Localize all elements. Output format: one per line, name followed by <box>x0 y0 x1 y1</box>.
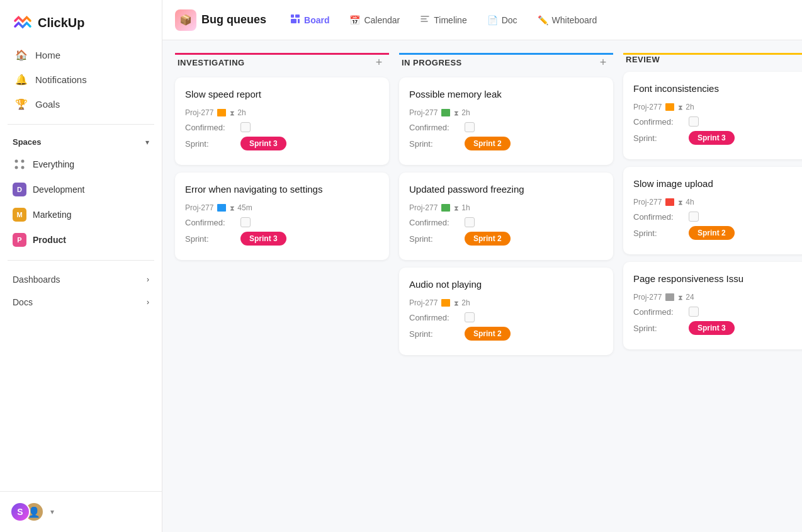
column-title-review: REVIEW <box>626 55 660 64</box>
sprint-label: Sprint: <box>633 133 684 143</box>
card-meta: Proj-277 ⧗ 2h <box>633 103 802 111</box>
flag-icon <box>665 198 674 206</box>
sprint-badge[interactable]: Sprint 3 <box>689 321 735 335</box>
confirmed-checkbox[interactable] <box>240 217 251 227</box>
confirmed-label: Confirmed: <box>409 123 460 132</box>
confirmed-checkbox[interactable] <box>240 122 251 132</box>
sprint-field: Sprint: Sprint 3 <box>633 131 802 145</box>
everything-label: Everything <box>33 159 74 169</box>
confirmed-label: Confirmed: <box>409 218 460 227</box>
sprint-field: Sprint: Sprint 2 <box>633 226 802 240</box>
card-slow-speed-report[interactable]: Slow speed report Proj-277 ⧗ 2h Confirme… <box>175 77 389 165</box>
card-memory-leak[interactable]: Possible memory leak Proj-277 ⧗ 2h Confi… <box>399 77 613 165</box>
confirmed-checkbox[interactable] <box>465 217 475 227</box>
marketing-avatar: M <box>13 208 26 222</box>
sprint-badge[interactable]: Sprint 2 <box>689 226 735 240</box>
column-header-in-progress: IN PROGRESS + <box>399 53 613 77</box>
sprint-badge[interactable]: Sprint 3 <box>240 137 286 150</box>
hourglass-icon: ⧗ <box>678 103 683 111</box>
add-card-investigating-button[interactable]: + <box>371 55 387 70</box>
sprint-badge[interactable]: Sprint 3 <box>240 232 286 246</box>
column-header-investigating: INVESTIGATING + <box>175 53 389 77</box>
sprint-label: Sprint: <box>185 234 235 244</box>
column-title-investigating: INVESTIGATING <box>178 58 245 67</box>
tab-whiteboard[interactable]: ✏️ Whiteboard <box>529 10 606 30</box>
logo-area[interactable]: ClickUp <box>0 0 162 43</box>
sidebar-item-notifications[interactable]: 🔔 Notifications <box>8 67 154 92</box>
card-error-navigating[interactable]: Error when navigating to settings Proj-2… <box>175 173 389 260</box>
flag-icon <box>217 109 226 116</box>
column-review: REVIEW Font inconsistencies Proj-277 ⧗ 2… <box>623 53 802 519</box>
confirmed-checkbox[interactable] <box>465 312 475 322</box>
card-font-inconsistencies[interactable]: Font inconsistencies Proj-277 ⧗ 2h Confi… <box>623 72 802 159</box>
user-area[interactable]: S 👤 ▾ <box>0 491 162 532</box>
sprint-badge[interactable]: Sprint 3 <box>689 131 735 145</box>
doc-tab-icon: 📄 <box>487 15 498 25</box>
time-estimate: ⧗ 24 <box>678 293 694 302</box>
hourglass-icon: ⧗ <box>454 204 459 212</box>
confirmed-field: Confirmed: <box>633 307 802 317</box>
sidebar-item-development[interactable]: D Development <box>5 177 157 202</box>
sidebar-item-product[interactable]: P Product <box>5 227 157 252</box>
add-card-in-progress-button[interactable]: + <box>596 55 611 70</box>
development-avatar: D <box>13 183 26 196</box>
svg-point-3 <box>21 166 25 169</box>
confirmed-checkbox[interactable] <box>689 307 699 317</box>
time-value: 2h <box>461 108 470 117</box>
confirmed-checkbox[interactable] <box>689 116 699 127</box>
time-estimate: ⧗ 2h <box>678 103 694 111</box>
card-password-freezing[interactable]: Updated password freezing Proj-277 ⧗ 1h … <box>399 173 613 260</box>
sidebar-item-notifications-label: Notifications <box>35 74 87 85</box>
sidebar-item-dashboards[interactable]: Dashboards › <box>0 268 162 291</box>
whiteboard-tab-icon: ✏️ <box>538 15 548 25</box>
card-audio-not-playing[interactable]: Audio not playing Proj-277 ⧗ 2h Confirme… <box>399 268 613 355</box>
sidebar-item-docs[interactable]: Docs › <box>0 291 162 314</box>
confirmed-label: Confirmed: <box>633 117 684 127</box>
tab-timeline-label: Timeline <box>434 15 466 25</box>
sprint-label: Sprint: <box>409 139 460 149</box>
tab-doc-label: Doc <box>502 15 517 25</box>
sprint-badge[interactable]: Sprint 2 <box>465 232 511 246</box>
hourglass-icon: ⧗ <box>678 293 683 302</box>
card-title: Page responsiveness Issu <box>633 272 802 285</box>
confirmed-checkbox[interactable] <box>465 122 475 132</box>
confirmed-label: Confirmed: <box>409 313 460 322</box>
flag-icon <box>441 204 450 212</box>
confirmed-field: Confirmed: <box>633 116 802 127</box>
sidebar-item-everything[interactable]: Everything <box>5 152 157 177</box>
sidebar-item-home[interactable]: 🏠 Home <box>8 43 154 67</box>
sidebar-item-goals-label: Goals <box>35 99 60 110</box>
confirmed-label: Confirmed: <box>633 307 684 317</box>
docs-label: Docs <box>13 297 33 307</box>
tab-board[interactable]: Board <box>281 9 338 31</box>
svg-point-0 <box>15 160 18 163</box>
dashboards-label: Dashboards <box>13 274 60 285</box>
flag-icon <box>217 204 226 212</box>
tab-whiteboard-label: Whiteboard <box>552 15 597 25</box>
card-page-responsiveness[interactable]: Page responsiveness Issu Proj-277 ⧗ 24 C… <box>623 262 802 349</box>
tab-doc[interactable]: 📄 Doc <box>478 10 526 30</box>
home-icon: 🏠 <box>15 49 28 61</box>
spaces-header[interactable]: Spaces ▾ <box>0 132 162 152</box>
card-slow-image-upload[interactable]: Slow image upload Proj-277 ⧗ 4h Confirme… <box>623 167 802 254</box>
board-area: INVESTIGATING + Slow speed report Proj-2… <box>162 40 802 532</box>
card-title: Updated password freezing <box>409 183 603 196</box>
sidebar-item-goals[interactable]: 🏆 Goals <box>8 92 154 116</box>
sidebar-item-marketing[interactable]: M Marketing <box>5 202 157 227</box>
time-estimate: ⧗ 45m <box>230 203 252 212</box>
tab-timeline[interactable]: Timeline <box>411 9 475 31</box>
confirmed-label: Confirmed: <box>185 218 235 227</box>
flag-icon <box>665 293 674 301</box>
time-value: 45m <box>237 203 252 212</box>
sidebar-divider-2 <box>8 260 154 261</box>
confirmed-checkbox[interactable] <box>689 212 699 222</box>
tab-calendar[interactable]: 📅 Calendar <box>341 10 409 30</box>
sprint-badge[interactable]: Sprint 2 <box>465 137 511 150</box>
dropdown-icon: ▾ <box>50 507 54 516</box>
calendar-tab-icon: 📅 <box>349 15 360 25</box>
time-estimate: ⧗ 2h <box>454 108 470 117</box>
time-value: 2h <box>461 298 470 307</box>
sprint-field: Sprint: Sprint 3 <box>633 321 802 335</box>
sprint-label: Sprint: <box>185 139 235 149</box>
sprint-badge[interactable]: Sprint 2 <box>465 327 511 341</box>
